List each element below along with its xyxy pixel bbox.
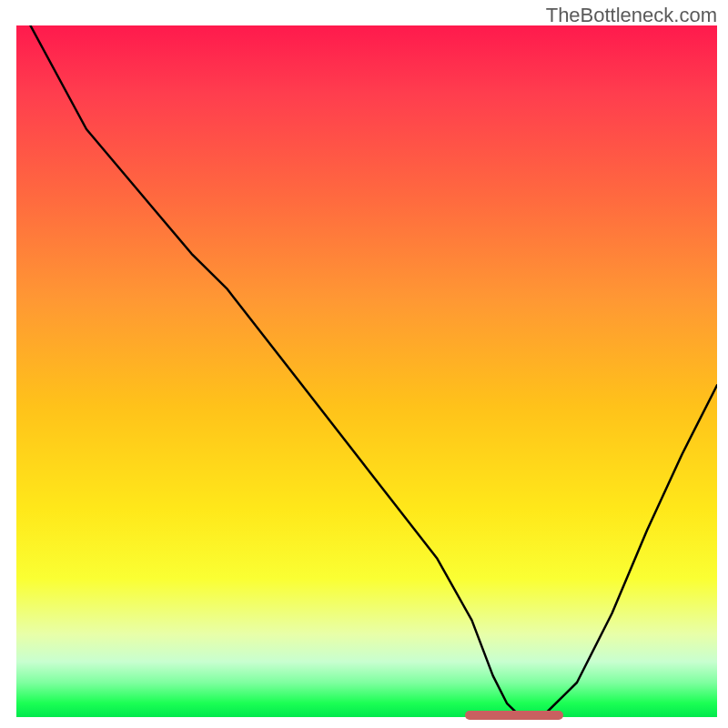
plot-area (16, 25, 717, 717)
watermark-text: TheBottleneck.com (546, 4, 717, 27)
optimal-range-marker (465, 711, 563, 720)
chart-container: TheBottleneck.com (0, 0, 728, 728)
bottleneck-curve (16, 25, 717, 717)
